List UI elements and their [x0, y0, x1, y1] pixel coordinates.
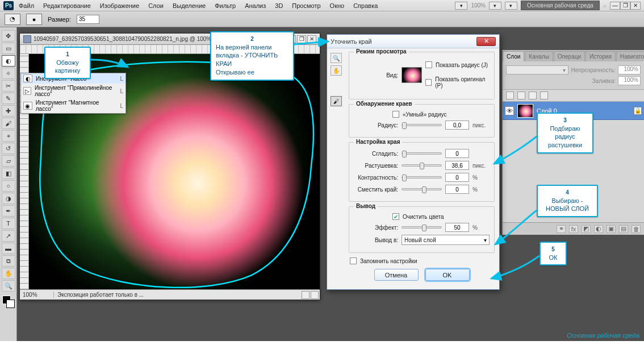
type-tool-icon[interactable]: T — [2, 218, 15, 229]
menu-image[interactable]: Изображение — [96, 1, 143, 10]
dlg-zoom-tool-icon[interactable]: 🔍 — [331, 53, 342, 63]
hand-tool-icon[interactable]: ✋ — [2, 268, 15, 279]
new-layer-icon[interactable]: ▤ — [619, 225, 628, 233]
doc-maximize-icon[interactable]: ❐ — [297, 35, 306, 43]
window-close-icon[interactable]: ✕ — [630, 2, 641, 10]
eyedropper-tool-icon[interactable]: ✎ — [2, 93, 15, 104]
dlg-hand-tool-icon[interactable]: ✋ — [331, 65, 342, 76]
ok-button[interactable]: OK — [425, 269, 470, 281]
menu-select[interactable]: Выделение — [169, 1, 210, 10]
stamp-tool-icon[interactable]: ⌖ — [2, 130, 15, 142]
layer-visibility-icon[interactable]: 👁 — [505, 106, 514, 115]
lock-all-icon[interactable] — [540, 92, 548, 99]
tool-preset-icon[interactable]: ◔ — [5, 14, 20, 25]
extras-dropdown-icon[interactable]: ▾ — [505, 2, 517, 10]
marquee-tool-icon[interactable]: ▭ — [2, 43, 15, 54]
smooth-slider[interactable] — [402, 152, 442, 155]
remember-checkbox[interactable] — [350, 257, 357, 264]
background-color-icon[interactable] — [6, 300, 15, 308]
cancel-button[interactable]: Отмена — [374, 269, 419, 281]
status-zoom[interactable]: 100% — [20, 292, 54, 298]
blend-mode-select[interactable]: ▾ — [506, 65, 568, 74]
amount-slider[interactable] — [402, 226, 442, 228]
tab-navigator[interactable]: Навигато — [616, 51, 644, 61]
view-preview-thumb[interactable] — [402, 67, 422, 83]
fx-icon[interactable]: fx — [569, 225, 578, 233]
menu-window[interactable]: Окно — [326, 1, 349, 10]
show-radius-checkbox[interactable] — [425, 61, 432, 68]
opacity-value[interactable]: 100% — [618, 65, 641, 74]
gradient-tool-icon[interactable]: ◧ — [2, 168, 15, 179]
output-to-select[interactable]: Новый слой▾ — [402, 235, 490, 245]
radius-slider[interactable] — [402, 124, 442, 126]
arrange-dropdown-icon[interactable]: ▾ — [455, 2, 467, 10]
window-minimize-icon[interactable]: — — [610, 2, 620, 10]
feather-slider[interactable] — [402, 164, 442, 167]
scroll-left-icon[interactable] — [302, 291, 310, 299]
mask-icon[interactable]: ◩ — [582, 225, 591, 233]
dodge-tool-icon[interactable]: ◑ — [2, 193, 15, 204]
smooth-input[interactable] — [445, 149, 469, 158]
screen-mode-icon[interactable]: ▾ — [489, 2, 501, 10]
history-brush-tool-icon[interactable]: ↺ — [2, 143, 15, 154]
shift-slider[interactable] — [402, 188, 442, 190]
color-swatches[interactable] — [2, 296, 15, 308]
path-tool-icon[interactable]: ↗ — [2, 230, 15, 242]
flyout-magnetic-lasso[interactable]: ◉ Инструмент "Магнитное лассо" L — [21, 98, 126, 113]
delete-layer-icon[interactable]: 🗑 — [632, 225, 641, 233]
menu-3d[interactable]: 3D — [271, 1, 287, 10]
layer-lock-icon[interactable]: 🔒 — [634, 107, 642, 115]
group-icon[interactable]: ▣ — [607, 225, 616, 233]
tab-history[interactable]: История — [586, 51, 616, 61]
brush-tool-icon[interactable]: 🖌 — [2, 118, 15, 129]
contrast-slider[interactable] — [402, 176, 442, 178]
pen-tool-icon[interactable]: ✒ — [2, 205, 15, 217]
feather-input[interactable] — [445, 161, 469, 170]
magic-wand-tool-icon[interactable]: ✧ — [2, 68, 15, 79]
crop-tool-icon[interactable]: ✂ — [2, 80, 15, 92]
adjustment-icon[interactable]: ◐ — [594, 225, 603, 233]
workspace-button[interactable]: Основная рабочая среда — [521, 1, 600, 10]
size-input[interactable] — [77, 15, 99, 24]
shift-input[interactable] — [445, 185, 469, 194]
dialog-titlebar[interactable]: Уточнить край ✕ — [327, 35, 499, 48]
menu-help[interactable]: Справка — [349, 1, 382, 10]
flyout-poly-lasso[interactable]: ▷ Инструмент "Прямолинейное лассо" L — [21, 84, 126, 98]
amount-input[interactable] — [445, 223, 469, 232]
shape-tool-icon[interactable]: ▬ — [2, 243, 15, 254]
lasso-tool-icon[interactable]: ◐ — [2, 55, 15, 67]
brush-preview-icon[interactable]: ● — [26, 14, 42, 25]
tab-layers[interactable]: Слои — [503, 51, 524, 61]
move-tool-icon[interactable]: ✥ — [2, 30, 15, 41]
zoom-tool-icon[interactable]: 🔍 — [2, 280, 15, 292]
menu-layers[interactable]: Слои — [144, 1, 168, 10]
show-original-checkbox[interactable] — [425, 79, 432, 86]
decontaminate-checkbox[interactable]: ✔ — [392, 213, 399, 220]
menu-filter[interactable]: Фильтр — [211, 1, 240, 10]
zoom-readout[interactable]: 100% — [471, 2, 486, 9]
3d-tool-icon[interactable]: ⧉ — [2, 255, 15, 267]
menu-view[interactable]: Просмотр — [288, 1, 324, 10]
menu-edit[interactable]: Редактирование — [39, 1, 95, 10]
menu-analysis[interactable]: Анализ — [241, 1, 270, 10]
window-maximize-icon[interactable]: ❐ — [620, 2, 630, 10]
lock-transparent-icon[interactable] — [506, 92, 514, 99]
tab-actions[interactable]: Операци — [554, 51, 585, 61]
fill-value[interactable]: 100% — [618, 76, 641, 85]
lock-position-icon[interactable] — [529, 92, 537, 99]
menu-file[interactable]: Файл — [15, 1, 38, 10]
blur-tool-icon[interactable]: ○ — [2, 180, 15, 192]
scroll-right-icon[interactable] — [311, 291, 319, 299]
radius-input[interactable] — [445, 121, 469, 130]
eraser-tool-icon[interactable]: ▱ — [2, 155, 15, 167]
doc-close-icon[interactable]: ✕ — [307, 35, 316, 43]
dialog-close-icon[interactable]: ✕ — [476, 37, 496, 46]
contrast-input[interactable] — [445, 173, 469, 182]
link-layers-icon[interactable]: ⚭ — [557, 225, 566, 233]
healing-tool-icon[interactable]: ✚ — [2, 105, 15, 117]
workspace-more-icon[interactable]: » — [603, 2, 607, 9]
smart-radius-checkbox[interactable] — [392, 111, 399, 118]
tab-channels[interactable]: Каналы — [525, 51, 553, 61]
lock-pixels-icon[interactable] — [517, 92, 525, 99]
dlg-refine-brush-icon[interactable]: 🖌 — [331, 96, 342, 106]
